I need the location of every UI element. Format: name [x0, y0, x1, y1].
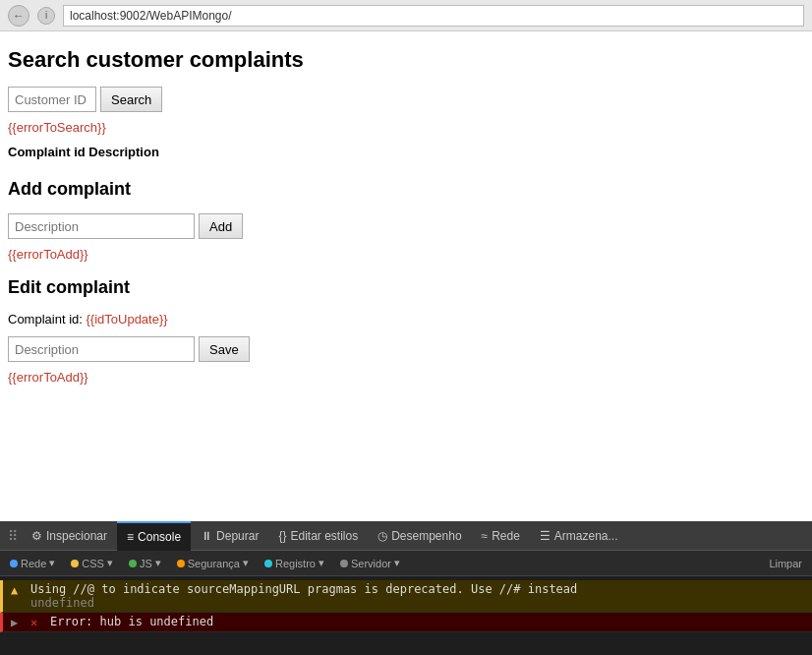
customer-id-input[interactable]: [8, 87, 96, 112]
browser-chrome: ← i localhost:9002/WebAPIMongo/: [0, 0, 812, 31]
info-icon[interactable]: i: [37, 7, 55, 25]
edit-heading: Edit complaint: [8, 277, 804, 298]
search-row: Search: [8, 87, 804, 112]
add-description-input[interactable]: [8, 213, 195, 239]
search-heading: Search customer complaints: [8, 47, 804, 73]
add-button[interactable]: Add: [199, 213, 243, 239]
complaint-id-template: {{idToUpdate}}: [83, 312, 168, 327]
save-button[interactable]: Save: [199, 336, 250, 362]
edit-section: Edit complaint Complaint id: {{idToUpdat…: [8, 277, 804, 385]
search-result-header: Complaint id Description: [8, 145, 804, 159]
add-error-template: {{errorToAdd}}: [8, 247, 804, 262]
complaint-id-label: Complaint id:: [8, 312, 83, 327]
main-content: Search customer complaints Search {{erro…: [0, 31, 812, 416]
search-error-template: {{errorToSearch}}: [8, 120, 804, 135]
url-text: localhost:9002/WebAPIMongo/: [70, 9, 232, 23]
address-bar[interactable]: localhost:9002/WebAPIMongo/: [63, 5, 804, 27]
add-row: Add: [8, 213, 804, 239]
add-section: Add complaint Add {{errorToAdd}}: [8, 179, 804, 262]
add-heading: Add complaint: [8, 179, 804, 200]
search-section: Search customer complaints Search {{erro…: [8, 47, 804, 159]
edit-row: Save: [8, 336, 804, 362]
complaint-id-line: Complaint id: {{idToUpdate}}: [8, 312, 804, 327]
search-button[interactable]: Search: [100, 87, 162, 112]
back-button[interactable]: ←: [8, 5, 29, 27]
edit-error-template: {{errorToAdd}}: [8, 370, 804, 385]
edit-description-input[interactable]: [8, 336, 195, 362]
